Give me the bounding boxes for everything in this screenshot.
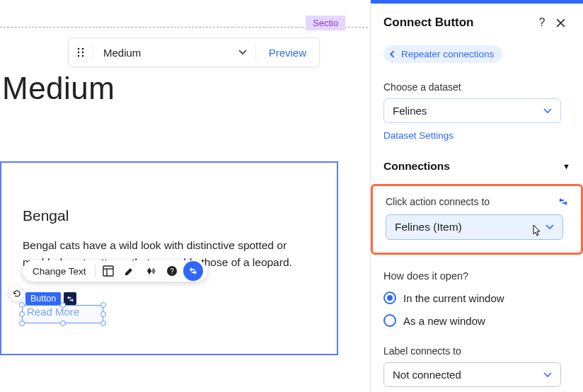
radio-selected-icon [383, 292, 396, 304]
help-icon[interactable]: ? [162, 261, 182, 281]
layout-icon[interactable] [98, 261, 118, 281]
close-icon[interactable] [556, 18, 570, 28]
label-connects-value: Not connected [393, 369, 461, 381]
radio-label: As a new window [403, 315, 485, 327]
element-label[interactable]: Button [25, 292, 76, 305]
panel-body: Repeater connections Choose a dataset Fe… [371, 41, 583, 387]
resize-handle[interactable] [100, 302, 106, 308]
radio-label: In the current window [403, 292, 504, 304]
dataset-select[interactable]: Felines [383, 98, 561, 123]
chevron-down-icon [546, 224, 554, 230]
animation-icon[interactable] [141, 261, 161, 281]
resize-handle[interactable] [19, 311, 25, 317]
design-icon[interactable] [120, 261, 139, 281]
section-badge[interactable]: Sectio [306, 16, 345, 30]
connect-data-icon[interactable] [183, 261, 203, 281]
panel-title: Connect Button [383, 16, 528, 30]
back-pill[interactable]: Repeater connections [383, 45, 502, 63]
resize-handle[interactable] [100, 311, 106, 317]
connected-icon [64, 292, 76, 305]
resize-handle[interactable] [19, 302, 25, 308]
chevron-down-icon [543, 108, 552, 114]
click-action-select[interactable]: Felines (Item) [386, 214, 563, 240]
svg-point-2 [78, 52, 79, 53]
radio-unselected-icon [383, 314, 396, 327]
open-question: How does it open? [383, 270, 570, 282]
click-action-value: Felines (Item) [395, 221, 462, 234]
svg-point-3 [82, 52, 83, 53]
help-icon[interactable]: ? [535, 16, 549, 29]
back-pill-label: Repeater connections [401, 49, 494, 59]
connected-icon [558, 197, 568, 206]
chevron-down-icon[interactable] [238, 50, 255, 55]
click-action-label: Click action connects to [386, 196, 490, 207]
repeater-item[interactable]: Bengal Bengal cats have a wild look with… [0, 161, 338, 355]
connections-header[interactable]: Connections ▼ [383, 160, 570, 173]
breakpoint-select[interactable]: Medium [93, 47, 238, 59]
dataset-settings-link[interactable]: Dataset Settings [383, 130, 454, 141]
resize-handle[interactable] [60, 321, 66, 326]
svg-text:?: ? [170, 267, 174, 275]
svg-point-1 [82, 48, 83, 50]
svg-point-4 [78, 55, 79, 57]
resize-handle[interactable] [100, 321, 106, 326]
chevron-down-icon [543, 372, 552, 378]
panel-header: Connect Button ? [371, 4, 583, 41]
undo-icon[interactable] [8, 286, 24, 301]
connect-panel: Connect Button ? Repeater connections Ch… [370, 0, 583, 392]
button-text: Read More [23, 304, 83, 319]
preview-link[interactable]: Preview [256, 47, 319, 59]
resize-handle[interactable] [19, 321, 25, 326]
svg-rect-6 [103, 266, 113, 276]
editor-canvas: Sectio Medium Preview Medium Bengal Beng… [0, 0, 368, 392]
connections-header-label: Connections [383, 160, 450, 173]
card-title: Bengal [23, 207, 69, 224]
breakpoint-toolbar: Medium Preview [68, 38, 320, 67]
label-connects-select[interactable]: Not connected [383, 362, 561, 387]
selected-button[interactable]: Read More [22, 305, 103, 323]
dataset-label: Choose a dataset [383, 81, 570, 93]
change-text-button[interactable]: Change Text [27, 266, 92, 277]
open-option-current[interactable]: In the current window [383, 292, 570, 304]
dataset-value: Felines [393, 105, 427, 117]
resize-handle[interactable] [60, 302, 66, 308]
drag-handle-icon[interactable] [69, 47, 93, 57]
open-option-new[interactable]: As a new window [383, 314, 570, 327]
caret-down-icon: ▼ [562, 162, 570, 171]
svg-point-5 [82, 55, 83, 57]
click-action-highlight: Click action connects to Felines (Item) [371, 184, 583, 255]
element-toolbar: Change Text ? [23, 260, 207, 282]
divider [95, 265, 96, 277]
page-heading: Medium [2, 71, 115, 106]
svg-point-0 [78, 48, 79, 50]
element-type-badge: Button [25, 292, 61, 305]
label-connects-label: Label connects to [383, 345, 570, 357]
